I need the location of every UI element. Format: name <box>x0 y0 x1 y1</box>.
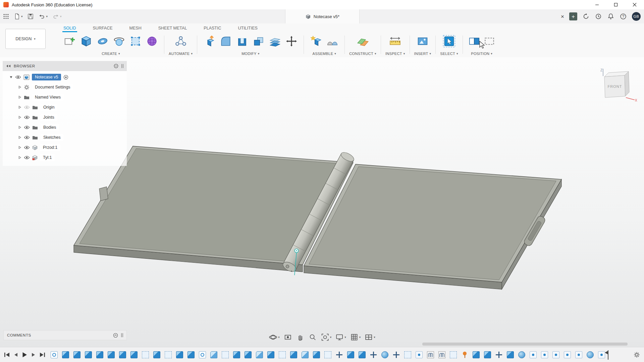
collapsed-caret-icon[interactable] <box>18 96 21 99</box>
expand-comments-icon[interactable] <box>113 333 118 338</box>
timeline-extrude-icon[interactable] <box>187 351 195 358</box>
timeline-point-icon[interactable] <box>564 351 571 358</box>
browser-row-document-settings[interactable]: Document Settings <box>3 82 127 92</box>
timeline-move-icon[interactable] <box>393 351 400 358</box>
timeline-end-marker[interactable] <box>606 350 610 360</box>
browser-row-tyl[interactable]: Tyl:1 <box>3 153 127 163</box>
minimize-button[interactable] <box>588 0 606 9</box>
timeline-extrude-icon[interactable] <box>359 351 366 358</box>
timeline-joint-icon[interactable] <box>427 351 434 358</box>
node-label[interactable]: Origin <box>40 104 57 111</box>
collapsed-caret-icon[interactable] <box>18 126 21 129</box>
timeline-joint-icon[interactable] <box>438 351 445 358</box>
save-button[interactable] <box>27 13 34 20</box>
collapse-browser-icon[interactable] <box>6 64 11 68</box>
tab-solid[interactable]: SOLID <box>62 24 77 32</box>
timeline-plane-icon[interactable] <box>324 351 331 358</box>
collapsed-caret-icon[interactable] <box>18 85 21 89</box>
timeline-extrude-icon[interactable] <box>176 351 183 358</box>
automate-icon[interactable] <box>173 33 189 50</box>
pattern-icon[interactable] <box>128 33 143 50</box>
orbit-icon[interactable]: ▾ <box>269 333 280 342</box>
viewports-icon[interactable]: ▾ <box>364 333 375 342</box>
eye-icon[interactable] <box>24 125 30 129</box>
group-label-construct[interactable]: CONSTRUCT▾ <box>349 50 376 57</box>
browser-row-joints[interactable]: Joints <box>3 112 127 122</box>
press-pull-icon[interactable] <box>202 33 217 50</box>
help-icon[interactable]: ? <box>620 13 627 20</box>
group-label-modify[interactable]: MODIFY▾ <box>202 50 299 57</box>
browser-root-row[interactable]: Notecase v5 <box>3 72 127 82</box>
timeline-chamfer-icon[interactable] <box>210 351 217 358</box>
skip-to-start-icon[interactable] <box>4 352 10 357</box>
timeline-pin-icon[interactable] <box>461 351 468 358</box>
display-settings-icon[interactable]: ▾ <box>335 333 346 342</box>
timeline-extrude-icon[interactable] <box>245 351 252 358</box>
close-button[interactable] <box>625 0 644 9</box>
select-icon[interactable] <box>441 33 457 50</box>
timeline-sketch-icon[interactable] <box>199 351 206 358</box>
joint-icon[interactable] <box>325 33 340 50</box>
skip-to-end-icon[interactable] <box>40 352 45 357</box>
measure-icon[interactable] <box>387 33 403 50</box>
timeline-extrude-icon[interactable] <box>267 351 274 358</box>
timeline-extrude-icon[interactable] <box>347 351 354 358</box>
profile-avatar[interactable]: GB <box>632 12 641 21</box>
node-label[interactable]: Joints <box>40 114 57 121</box>
create-sketch-icon[interactable] <box>62 33 77 50</box>
group-label-select[interactable]: SELECT▾ <box>440 50 458 57</box>
workspace-switcher-design-button[interactable]: DESIGN ▾ <box>5 29 46 49</box>
tab-sheet-metal[interactable]: SHEET METAL <box>157 24 188 32</box>
pan-icon[interactable] <box>296 333 305 342</box>
browser-header[interactable]: BROWSER <box>3 61 127 71</box>
timeline-extrude-icon[interactable] <box>62 351 69 358</box>
timeline-plane-icon[interactable] <box>142 351 149 358</box>
timeline-extrude-icon[interactable] <box>73 351 80 358</box>
timeline-extrude-icon[interactable] <box>233 351 240 358</box>
timeline-revolve-icon[interactable] <box>381 351 388 358</box>
group-label-position[interactable]: POSITION▾ <box>467 50 496 57</box>
group-label-create[interactable]: CREATE▾ <box>62 50 160 57</box>
job-status-icon[interactable] <box>582 13 590 20</box>
browser-options-icon[interactable] <box>114 64 118 68</box>
zoom-icon[interactable] <box>308 333 317 342</box>
document-tab[interactable]: Notecase v5* <box>285 9 360 23</box>
apps-grid-icon[interactable] <box>3 13 9 20</box>
node-label[interactable]: Tyl:1 <box>40 154 55 161</box>
tab-mesh[interactable]: MESH <box>128 24 143 32</box>
timeline-plane-icon[interactable] <box>222 351 229 358</box>
step-back-icon[interactable] <box>14 353 18 357</box>
timeline-point-icon[interactable] <box>598 351 605 358</box>
3d-viewport[interactable]: BROWSER Notecase v5 Document Settings <box>0 57 644 347</box>
timeline-point-icon[interactable] <box>541 351 548 358</box>
redo-button[interactable]: ▾ <box>52 13 62 20</box>
timeline-plane-icon[interactable] <box>404 351 411 358</box>
play-icon[interactable] <box>22 352 27 358</box>
move-copy-icon[interactable] <box>284 33 299 50</box>
group-label-inspect[interactable]: INSPECT▾ <box>385 50 405 57</box>
node-label[interactable]: Named Views <box>32 94 64 101</box>
tab-utilities[interactable]: UTILITIES <box>237 24 258 32</box>
collapsed-caret-icon[interactable] <box>18 106 21 109</box>
timeline-extrude-icon[interactable] <box>130 351 138 358</box>
timeline-extrude-icon[interactable] <box>507 351 514 358</box>
revolve-icon[interactable] <box>95 33 110 50</box>
expand-caret-icon[interactable] <box>9 75 13 79</box>
timeline-plane-icon[interactable] <box>165 351 172 358</box>
extrude-icon[interactable] <box>78 33 94 50</box>
timeline-extrude-icon[interactable] <box>85 351 92 358</box>
node-label[interactable]: Sketches <box>40 134 63 141</box>
node-label[interactable]: Przod:1 <box>40 144 60 151</box>
timeline-scrollbar[interactable] <box>422 343 628 346</box>
timeline-extrude-icon[interactable] <box>119 351 126 358</box>
fillet-icon[interactable] <box>218 33 233 50</box>
step-forward-icon[interactable] <box>32 353 35 357</box>
browser-row-przod[interactable]: Przod:1 <box>3 142 127 153</box>
timeline-chamfer-icon[interactable] <box>256 351 263 358</box>
timeline-settings-gear-icon[interactable] <box>634 352 644 358</box>
eye-icon[interactable] <box>24 115 30 119</box>
timeline-chamfer-icon[interactable] <box>302 351 309 358</box>
new-tab-button[interactable]: + <box>569 12 577 20</box>
browser-row-sketches[interactable]: Sketches <box>3 132 127 142</box>
timeline-point-icon[interactable] <box>552 351 559 358</box>
